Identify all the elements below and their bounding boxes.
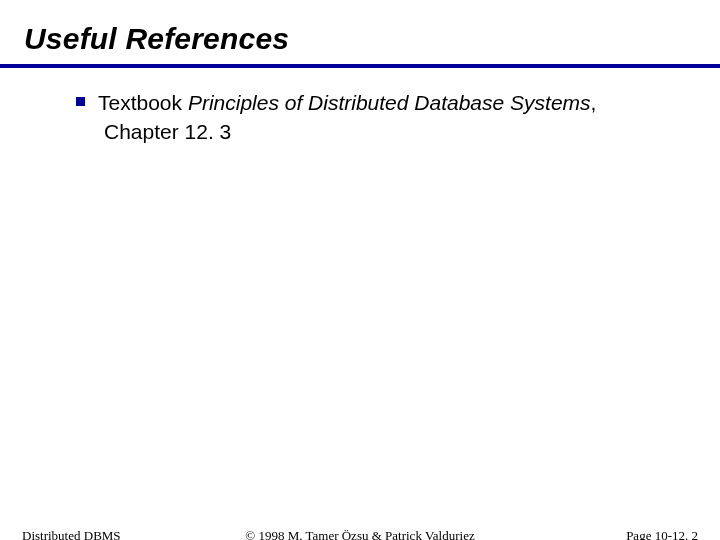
bullet-italic: Principles of Distributed Database Syste…	[188, 91, 591, 114]
square-bullet-icon	[76, 97, 85, 106]
bullet-item: Textbook Principles of Distributed Datab…	[98, 90, 600, 116]
bullet-prefix: Textbook	[98, 91, 188, 114]
slide: Useful References Textbook Principles of…	[0, 0, 720, 540]
content-area: Textbook Principles of Distributed Datab…	[0, 68, 600, 144]
title-block: Useful References	[0, 0, 720, 56]
footer-center: © 1998 M. Tamer Özsu & Patrick Valduriez	[0, 528, 720, 540]
bullet-suffix: ,	[591, 91, 597, 114]
footer-right: Page 10-12. 2	[626, 528, 698, 540]
bullet-line2: Chapter 12. 3	[98, 120, 600, 144]
slide-title: Useful References	[24, 22, 720, 56]
